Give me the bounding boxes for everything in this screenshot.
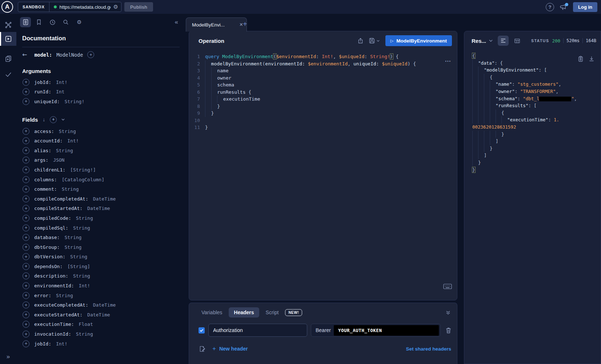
- doc-field-row[interactable]: +compiledSql:String: [23, 223, 185, 233]
- doc-field-row[interactable]: +invocationId:String: [23, 329, 185, 339]
- field-type[interactable]: Int!: [56, 80, 67, 85]
- field-type[interactable]: String: [70, 254, 87, 259]
- operation-tab[interactable]: ModelByEnvi... ×: [186, 17, 247, 32]
- add-field-plus-icon[interactable]: +: [23, 225, 29, 231]
- doc-field-row[interactable]: +dependsOn:[String]: [23, 262, 185, 271]
- field-type[interactable]: DateTime: [93, 196, 116, 202]
- add-field-plus-icon[interactable]: +: [23, 253, 29, 260]
- bookmarks-icon[interactable]: [33, 17, 44, 27]
- field-type[interactable]: Int: [56, 89, 64, 94]
- add-field-plus-icon[interactable]: +: [23, 321, 29, 328]
- field-type[interactable]: DateTime: [87, 206, 110, 211]
- save-group[interactable]: [369, 38, 380, 44]
- expand-rail-icon[interactable]: »: [0, 353, 16, 360]
- doc-field-row[interactable]: +alias:String: [23, 146, 185, 155]
- settings-gear-icon[interactable]: ⚙: [74, 17, 85, 27]
- add-field-plus-icon[interactable]: +: [23, 147, 29, 154]
- doc-field-row[interactable]: +childrenL1:[String!]: [23, 165, 185, 175]
- doc-field-row[interactable]: +accountId:Int!: [23, 136, 185, 146]
- doc-field-row[interactable]: +comment:String: [23, 184, 185, 194]
- field-type[interactable]: String: [62, 186, 79, 192]
- add-field-plus-icon[interactable]: +: [23, 234, 29, 241]
- field-type[interactable]: String: [76, 331, 93, 337]
- add-field-plus-icon[interactable]: +: [23, 331, 29, 337]
- doc-field-row[interactable]: +access:String: [23, 126, 185, 136]
- set-shared-headers-link[interactable]: Set shared headers: [406, 346, 451, 352]
- field-type[interactable]: Int!: [67, 138, 79, 143]
- search-icon[interactable]: [60, 17, 71, 27]
- doc-field-row[interactable]: +compiledCode:String: [23, 213, 185, 223]
- schema-graph-icon[interactable]: [0, 18, 16, 32]
- announcements-megaphone-icon[interactable]: [560, 4, 567, 10]
- endpoint-url-input[interactable]: https://metadata.cloud.get: [60, 4, 111, 10]
- query-editor[interactable]: 1query ModelByEnvironment($environmentId…: [189, 53, 457, 131]
- field-type[interactable]: String: [56, 148, 73, 153]
- field-type[interactable]: [String]: [67, 264, 90, 269]
- explorer-nav-icon[interactable]: [0, 32, 16, 46]
- add-field-plus-icon[interactable]: +: [87, 51, 94, 58]
- add-field-plus-icon[interactable]: +: [23, 88, 29, 95]
- field-type[interactable]: [String!]: [70, 167, 96, 173]
- script-file-icon[interactable]: [199, 346, 205, 352]
- header-name-input[interactable]: [208, 324, 307, 337]
- save-icon[interactable]: [369, 38, 375, 44]
- field-type[interactable]: String: [64, 235, 81, 240]
- save-options-chevron-icon[interactable]: [377, 40, 380, 42]
- doc-field-row[interactable]: +dbtGroup:String: [23, 242, 185, 252]
- add-field-plus-icon[interactable]: +: [23, 128, 29, 135]
- add-field-plus-icon[interactable]: +: [23, 157, 29, 163]
- add-field-plus-icon[interactable]: +: [23, 186, 29, 193]
- documentation-tab-icon[interactable]: [20, 17, 31, 27]
- header-enabled-checkbox[interactable]: [199, 327, 205, 333]
- add-field-plus-icon[interactable]: +: [23, 205, 29, 212]
- doc-field-row[interactable]: +columns:[CatalogColumn]: [23, 175, 185, 185]
- doc-field-row[interactable]: +environmentId:Int!: [23, 281, 185, 291]
- add-field-plus-icon[interactable]: +: [23, 137, 29, 144]
- copy-response-clipboard-icon[interactable]: [578, 56, 583, 62]
- doc-field-row[interactable]: +description:String: [23, 271, 185, 281]
- delete-header-trash-icon[interactable]: [446, 327, 451, 333]
- apollo-logo-icon[interactable]: A: [1, 1, 13, 13]
- add-field-plus-icon[interactable]: +: [23, 166, 29, 173]
- auth-token-value[interactable]: YOUR_AUTH_TOKEN: [334, 325, 439, 336]
- add-field-plus-icon[interactable]: +: [23, 311, 29, 318]
- doc-field-row[interactable]: +error:String: [23, 291, 185, 300]
- field-type[interactable]: String: [73, 225, 90, 231]
- doc-field-row[interactable]: +executeCompletedAt:DateTime: [23, 300, 185, 310]
- tab-headers[interactable]: Headers: [229, 307, 259, 318]
- chevron-down-icon[interactable]: [61, 118, 65, 121]
- field-type[interactable]: Float: [79, 321, 93, 327]
- add-field-plus-icon[interactable]: +: [23, 282, 29, 289]
- field-type[interactable]: String: [56, 293, 73, 298]
- doc-field-row[interactable]: +dbtVersion:String: [23, 252, 185, 262]
- field-type[interactable]: String: [64, 244, 81, 250]
- close-tab-icon[interactable]: ×: [240, 21, 243, 28]
- doc-field-row[interactable]: +compileStartedAt:DateTime: [23, 204, 185, 214]
- sandbox-pages-icon[interactable]: [0, 52, 16, 65]
- help-icon[interactable]: ?: [546, 3, 554, 11]
- add-field-plus-icon[interactable]: +: [23, 292, 29, 299]
- history-icon[interactable]: [47, 17, 58, 27]
- field-type[interactable]: String: [59, 129, 76, 134]
- share-icon[interactable]: [358, 38, 363, 44]
- doc-argument-row[interactable]: +uniqueId:String!: [23, 97, 185, 106]
- new-header-button[interactable]: + New header: [212, 345, 248, 352]
- sort-fields-icon[interactable]: ↓: [43, 117, 45, 122]
- add-field-plus-icon[interactable]: +: [23, 98, 29, 105]
- add-field-plus-icon[interactable]: +: [23, 302, 29, 308]
- doc-field-row[interactable]: +jobId:Int!: [23, 339, 185, 349]
- add-field-plus-icon[interactable]: +: [23, 263, 29, 270]
- field-type[interactable]: [CatalogColumn]: [62, 177, 104, 182]
- doc-argument-row[interactable]: +runId:Int: [23, 87, 185, 97]
- field-type[interactable]: Int!: [79, 283, 90, 288]
- field-type[interactable]: DateTime: [87, 312, 110, 318]
- add-field-plus-icon[interactable]: +: [23, 244, 29, 251]
- add-field-plus-icon[interactable]: +: [23, 340, 29, 347]
- run-operation-button[interactable]: ▷ ModelByEnvironment: [385, 35, 452, 46]
- field-type[interactable]: JSON: [53, 157, 64, 163]
- add-field-plus-icon[interactable]: +: [23, 215, 29, 222]
- doc-field-row[interactable]: +database:String: [23, 232, 185, 242]
- table-view-toggle-icon[interactable]: [512, 36, 522, 46]
- tab-variables[interactable]: Variables: [199, 307, 225, 318]
- field-type[interactable]: String: [73, 273, 90, 279]
